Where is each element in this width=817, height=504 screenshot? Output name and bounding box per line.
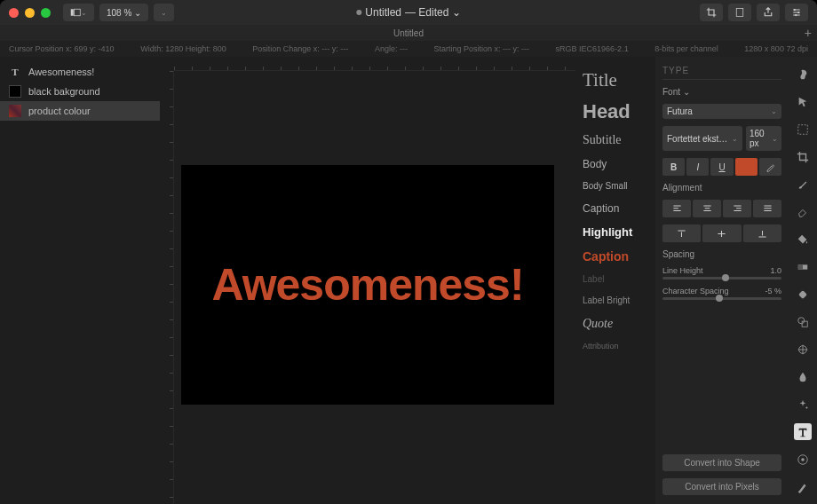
style-label[interactable]: Label [583,275,648,284]
info-startpos: Starting Position x: --- y: --- [433,44,529,53]
color-adjust-tool-icon[interactable] [794,451,812,468]
bold-button[interactable]: B [662,158,685,176]
canvas[interactable]: Awesomeness! [181,165,554,405]
text-layer-icon: T [9,66,21,78]
style-title[interactable]: Title [583,71,648,90]
font-weight-select[interactable]: Fortettet ekstra fet⌄ [662,126,742,151]
heal-tool-icon[interactable] [794,286,812,303]
style-body-small[interactable]: Body Small [583,182,648,191]
minimize-icon[interactable] [25,8,35,18]
gradient-tool-icon[interactable] [794,258,812,275]
window-title: Untitled — Edited ⌄ [356,6,460,19]
titlebar: ⌄ 108 % ⌄ ⌄ Untitled — Edited ⌄ [0,0,817,25]
svg-rect-8 [798,264,803,269]
svg-point-5 [795,14,797,16]
svg-point-3 [794,9,796,11]
info-poschange: Position Change x: --- y: --- [252,44,348,53]
style-head[interactable]: Head [583,102,648,122]
style-label-bright[interactable]: Label Bright [583,296,648,305]
ruler-horizontal [174,57,575,71]
modified-dot-icon [356,10,361,15]
font-size-input[interactable]: 160 px⌄ [746,126,781,151]
app-window: ⌄ 108 % ⌄ ⌄ Untitled — Edited ⌄ Untitled… [0,0,817,504]
view-mode-button[interactable]: ⌄ [63,4,94,21]
valign-bottom-button[interactable] [743,224,781,242]
svg-rect-9 [798,290,807,299]
brush-tool-icon[interactable] [794,176,812,193]
layer-product-colour[interactable]: product colour [0,101,160,121]
blur-tool-icon[interactable] [794,368,812,385]
valign-middle-button[interactable] [702,224,741,242]
svg-point-14 [801,458,805,461]
svg-point-4 [797,12,799,13]
style-caption[interactable]: Caption [583,203,648,214]
crop-button[interactable] [700,4,723,21]
layer-label: product colour [28,106,91,116]
canvas-area[interactable]: Awesomeness! [160,57,575,504]
align-right-button[interactable] [723,200,751,217]
font-label[interactable]: Font ⌄ [662,87,781,97]
svg-rect-1 [75,9,81,16]
align-left-button[interactable] [662,200,691,217]
align-justify-button[interactable] [753,200,781,217]
paint-tool-icon[interactable] [794,66,812,83]
effects-tool-icon[interactable] [794,478,812,495]
convert-shape-button[interactable]: Convert into Shape [662,454,781,471]
tab-untitled[interactable]: Untitled [393,28,424,38]
style-subtitle[interactable]: Subtitle [583,134,648,146]
title-name: Untitled [365,6,401,19]
add-tab-button[interactable]: + [805,26,812,40]
line-height-label: Line Height [662,266,703,275]
slider-thumb[interactable] [716,295,723,302]
underline-button[interactable]: U [710,158,733,176]
main-area: T Awesomeness! black bakground product c… [0,57,817,504]
style-caption-accent[interactable]: Caption [583,250,648,263]
font-family-select[interactable]: Futura⌄ [662,104,781,119]
black-swatch-icon [9,85,21,98]
font-family-value: Futura [667,106,693,116]
settings-button[interactable] [785,4,808,21]
style-highlight[interactable]: Highlight [583,226,648,238]
info-cursor: Cursor Position x: 699 y: -410 [9,44,115,53]
convert-pixels-button[interactable]: Convert into Pixels [662,478,781,495]
clone-tool-icon[interactable] [794,341,812,358]
fill-tool-icon[interactable] [794,231,812,248]
font-size-value: 160 px [750,129,772,148]
text-styles-panel: Title Head Subtitle Body Body Small Capt… [575,57,655,504]
layer-black-bg[interactable]: black bakground [0,82,160,101]
style-attribution[interactable]: Attribution [583,343,648,350]
info-bar: Cursor Position x: 699 y: -410 Width: 12… [0,41,817,57]
toolbar-dropdown[interactable]: ⌄ [154,4,174,21]
color-picker-button[interactable] [759,158,781,176]
export-button[interactable] [728,4,751,21]
char-spacing-slider[interactable] [662,297,781,300]
align-center-button[interactable] [693,200,721,217]
close-icon[interactable] [9,8,19,18]
type-tool-icon[interactable] [794,423,812,440]
arrow-tool-icon[interactable] [794,93,812,110]
svg-rect-0 [71,9,74,16]
share-button[interactable] [757,4,780,21]
italic-button[interactable]: I [686,158,709,176]
marquee-tool-icon[interactable] [794,121,812,138]
svg-point-10 [798,317,805,323]
spacing-label: Spacing [662,249,781,259]
slider-thumb[interactable] [722,274,729,281]
magic-tool-icon[interactable] [794,396,812,413]
canvas-text[interactable]: Awesomeness! [211,259,523,311]
alignment-label: Alignment [662,183,781,193]
inspector-panel: TYPE Font ⌄ Futura⌄ Fortettet ekstra fet… [655,57,789,504]
style-body[interactable]: Body [583,159,648,169]
zoom-icon[interactable] [41,8,51,18]
eraser-tool-icon[interactable] [794,203,812,220]
color-swatch-button[interactable] [735,158,758,176]
title-edited: — Edited ⌄ [405,6,461,19]
line-height-slider[interactable] [662,277,781,280]
layer-text[interactable]: T Awesomeness! [0,62,160,82]
shape-tool-icon[interactable] [794,313,812,330]
style-quote[interactable]: Quote [583,318,648,330]
crop-tool-icon[interactable] [794,148,812,165]
info-bits: 8-bits per channel [654,44,718,53]
zoom-level[interactable]: 108 % ⌄ [99,4,148,21]
valign-top-button[interactable] [662,224,701,242]
